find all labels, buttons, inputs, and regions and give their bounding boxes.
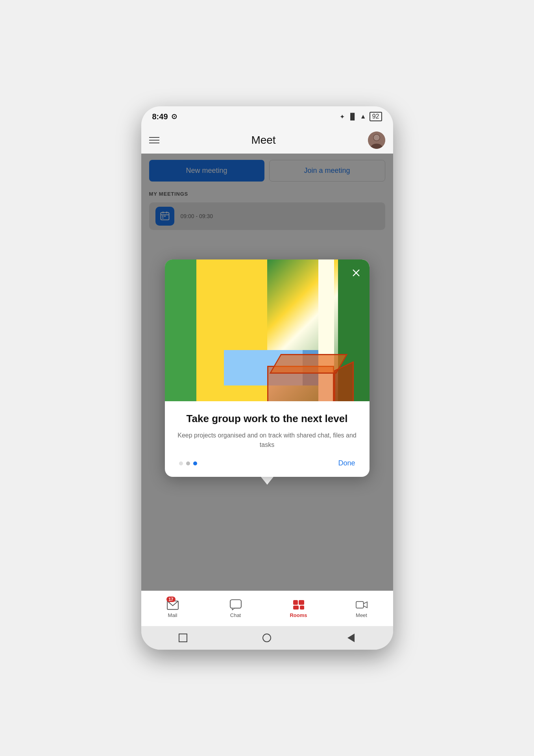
hamburger-line-2 — [149, 140, 159, 141]
nav-item-meet[interactable]: Meet — [346, 599, 377, 618]
svg-rect-17 — [293, 606, 299, 610]
svg-point-3 — [373, 135, 379, 141]
nav-item-mail[interactable]: 17 Mail — [157, 599, 188, 618]
bluetooth-icon: ✦ — [340, 113, 345, 120]
modal-overlay: Take group work to the next level Keep p… — [141, 154, 393, 591]
battery-icon: 92 — [370, 112, 382, 121]
modal-description: Keep projects organised and on track wit… — [177, 431, 357, 450]
meet-label: Meet — [356, 612, 367, 618]
app-header: Meet — [141, 127, 393, 154]
clock-icon: ⊙ — [171, 112, 177, 121]
modal-body: Take group work to the next level Keep p… — [165, 401, 370, 477]
svg-rect-18 — [300, 606, 304, 610]
user-avatar[interactable] — [368, 132, 385, 149]
back-icon — [347, 634, 355, 642]
circle-icon — [262, 634, 271, 642]
rooms-label: Rooms — [290, 612, 307, 618]
bottom-navigation: 17 Mail Chat — [141, 591, 393, 626]
cube-scene — [220, 275, 314, 385]
status-bar: 8:49 ⊙ ✦ ▐▌ ▲ 92 — [141, 106, 393, 127]
close-button[interactable] — [347, 264, 365, 282]
home-button[interactable] — [261, 632, 272, 643]
status-icons: ✦ ▐▌ ▲ 92 — [340, 112, 382, 121]
modal-footer: Done — [177, 459, 357, 467]
back-button[interactable] — [346, 632, 357, 643]
rooms-svg — [293, 599, 305, 611]
chat-icon — [230, 599, 242, 611]
signal-icon: ▐▌ — [348, 113, 357, 120]
hamburger-menu[interactable] — [149, 137, 159, 143]
dot-3 — [193, 461, 197, 465]
done-button[interactable]: Done — [338, 459, 355, 467]
app-title: Meet — [251, 134, 275, 146]
modal-image — [165, 259, 370, 401]
dot-2 — [186, 461, 190, 465]
rooms-icon — [293, 599, 305, 611]
dot-1 — [179, 461, 183, 465]
recent-apps-button[interactable] — [177, 632, 188, 643]
bubble-pointer — [261, 477, 273, 485]
mail-badge: 17 — [166, 597, 175, 602]
close-icon — [352, 269, 360, 277]
nav-item-rooms[interactable]: Rooms — [283, 599, 314, 618]
svg-rect-14 — [230, 600, 241, 608]
status-time: 8:49 ⊙ — [152, 112, 177, 121]
chat-label: Chat — [230, 612, 241, 618]
svg-rect-19 — [356, 602, 363, 608]
time-display: 8:49 — [152, 112, 168, 121]
svg-rect-15 — [293, 600, 298, 605]
meet-svg — [356, 599, 368, 610]
mail-label: Mail — [168, 612, 177, 618]
square-icon — [179, 634, 187, 642]
modal-card: Take group work to the next level Keep p… — [165, 259, 370, 477]
hamburger-line-3 — [149, 143, 159, 143]
svg-rect-16 — [299, 600, 304, 605]
wifi-icon: ▲ — [360, 113, 366, 120]
nav-item-chat[interactable]: Chat — [220, 599, 251, 618]
meet-icon — [356, 599, 368, 611]
pagination-dots — [179, 461, 197, 465]
chat-svg — [230, 599, 242, 610]
main-content: New meeting Join a meeting MY MEETINGS 0… — [141, 154, 393, 591]
mail-icon: 17 — [167, 599, 179, 611]
android-nav-bar — [141, 626, 393, 650]
hamburger-line-1 — [149, 137, 159, 138]
modal-title: Take group work to the next level — [177, 412, 357, 426]
